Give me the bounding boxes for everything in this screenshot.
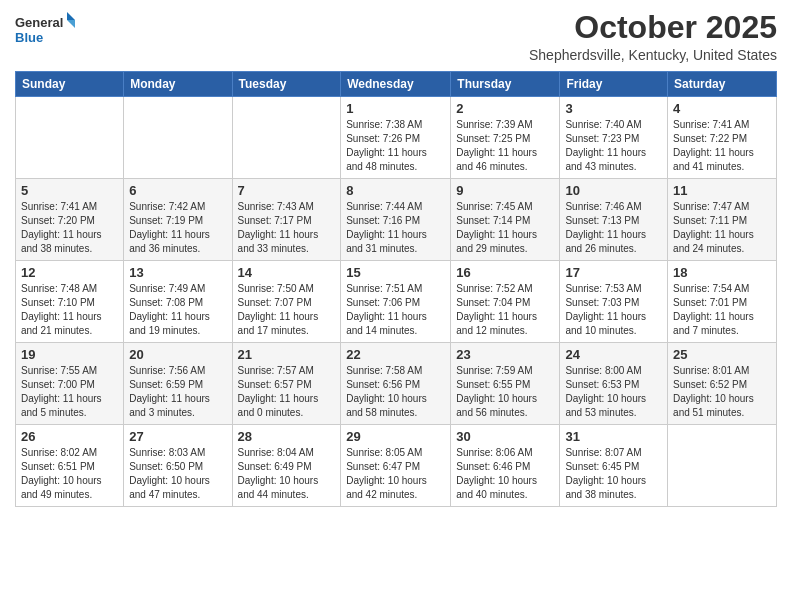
day-number: 8 [346, 183, 445, 198]
calendar-cell: 9Sunrise: 7:45 AMSunset: 7:14 PMDaylight… [451, 179, 560, 261]
day-number: 11 [673, 183, 771, 198]
day-info: Sunrise: 7:39 AMSunset: 7:25 PMDaylight:… [456, 119, 537, 172]
day-number: 9 [456, 183, 554, 198]
day-info: Sunrise: 7:45 AMSunset: 7:14 PMDaylight:… [456, 201, 537, 254]
day-info: Sunrise: 8:02 AMSunset: 6:51 PMDaylight:… [21, 447, 102, 500]
calendar-cell: 24Sunrise: 8:00 AMSunset: 6:53 PMDayligh… [560, 343, 668, 425]
calendar-cell: 26Sunrise: 8:02 AMSunset: 6:51 PMDayligh… [16, 425, 124, 507]
calendar-cell: 15Sunrise: 7:51 AMSunset: 7:06 PMDayligh… [341, 261, 451, 343]
day-number: 26 [21, 429, 118, 444]
header-tuesday: Tuesday [232, 72, 341, 97]
header-monday: Monday [124, 72, 232, 97]
calendar-cell: 25Sunrise: 8:01 AMSunset: 6:52 PMDayligh… [668, 343, 777, 425]
calendar-week-row: 19Sunrise: 7:55 AMSunset: 7:00 PMDayligh… [16, 343, 777, 425]
day-info: Sunrise: 7:51 AMSunset: 7:06 PMDaylight:… [346, 283, 427, 336]
day-info: Sunrise: 8:07 AMSunset: 6:45 PMDaylight:… [565, 447, 646, 500]
day-number: 5 [21, 183, 118, 198]
calendar-week-row: 26Sunrise: 8:02 AMSunset: 6:51 PMDayligh… [16, 425, 777, 507]
day-info: Sunrise: 7:43 AMSunset: 7:17 PMDaylight:… [238, 201, 319, 254]
calendar-table: Sunday Monday Tuesday Wednesday Thursday… [15, 71, 777, 507]
calendar-cell: 12Sunrise: 7:48 AMSunset: 7:10 PMDayligh… [16, 261, 124, 343]
day-info: Sunrise: 7:42 AMSunset: 7:19 PMDaylight:… [129, 201, 210, 254]
calendar-cell: 20Sunrise: 7:56 AMSunset: 6:59 PMDayligh… [124, 343, 232, 425]
calendar-cell: 14Sunrise: 7:50 AMSunset: 7:07 PMDayligh… [232, 261, 341, 343]
day-info: Sunrise: 7:52 AMSunset: 7:04 PMDaylight:… [456, 283, 537, 336]
weekday-header-row: Sunday Monday Tuesday Wednesday Thursday… [16, 72, 777, 97]
page: General Blue October 2025 Shepherdsville… [0, 0, 792, 612]
calendar-cell: 17Sunrise: 7:53 AMSunset: 7:03 PMDayligh… [560, 261, 668, 343]
calendar-cell: 6Sunrise: 7:42 AMSunset: 7:19 PMDaylight… [124, 179, 232, 261]
calendar-cell: 18Sunrise: 7:54 AMSunset: 7:01 PMDayligh… [668, 261, 777, 343]
day-number: 18 [673, 265, 771, 280]
day-number: 31 [565, 429, 662, 444]
svg-text:Blue: Blue [15, 30, 43, 45]
header-friday: Friday [560, 72, 668, 97]
calendar-cell: 5Sunrise: 7:41 AMSunset: 7:20 PMDaylight… [16, 179, 124, 261]
day-number: 19 [21, 347, 118, 362]
calendar-cell: 23Sunrise: 7:59 AMSunset: 6:55 PMDayligh… [451, 343, 560, 425]
calendar-cell: 4Sunrise: 7:41 AMSunset: 7:22 PMDaylight… [668, 97, 777, 179]
calendar-cell [124, 97, 232, 179]
day-number: 15 [346, 265, 445, 280]
day-number: 30 [456, 429, 554, 444]
calendar-cell: 13Sunrise: 7:49 AMSunset: 7:08 PMDayligh… [124, 261, 232, 343]
calendar-cell: 8Sunrise: 7:44 AMSunset: 7:16 PMDaylight… [341, 179, 451, 261]
day-info: Sunrise: 7:56 AMSunset: 6:59 PMDaylight:… [129, 365, 210, 418]
day-info: Sunrise: 8:04 AMSunset: 6:49 PMDaylight:… [238, 447, 319, 500]
day-info: Sunrise: 8:01 AMSunset: 6:52 PMDaylight:… [673, 365, 754, 418]
header-thursday: Thursday [451, 72, 560, 97]
day-info: Sunrise: 7:46 AMSunset: 7:13 PMDaylight:… [565, 201, 646, 254]
day-info: Sunrise: 8:05 AMSunset: 6:47 PMDaylight:… [346, 447, 427, 500]
day-info: Sunrise: 7:48 AMSunset: 7:10 PMDaylight:… [21, 283, 102, 336]
calendar-cell [232, 97, 341, 179]
day-info: Sunrise: 7:54 AMSunset: 7:01 PMDaylight:… [673, 283, 754, 336]
day-number: 28 [238, 429, 336, 444]
day-number: 14 [238, 265, 336, 280]
calendar-cell [16, 97, 124, 179]
svg-marker-2 [67, 12, 75, 20]
calendar-cell [668, 425, 777, 507]
day-info: Sunrise: 7:58 AMSunset: 6:56 PMDaylight:… [346, 365, 427, 418]
day-number: 20 [129, 347, 226, 362]
day-info: Sunrise: 7:41 AMSunset: 7:20 PMDaylight:… [21, 201, 102, 254]
calendar-cell: 21Sunrise: 7:57 AMSunset: 6:57 PMDayligh… [232, 343, 341, 425]
calendar-cell: 22Sunrise: 7:58 AMSunset: 6:56 PMDayligh… [341, 343, 451, 425]
calendar-cell: 10Sunrise: 7:46 AMSunset: 7:13 PMDayligh… [560, 179, 668, 261]
title-block: October 2025 Shepherdsville, Kentucky, U… [529, 10, 777, 63]
day-number: 10 [565, 183, 662, 198]
day-number: 7 [238, 183, 336, 198]
calendar-cell: 27Sunrise: 8:03 AMSunset: 6:50 PMDayligh… [124, 425, 232, 507]
day-number: 3 [565, 101, 662, 116]
day-info: Sunrise: 7:57 AMSunset: 6:57 PMDaylight:… [238, 365, 319, 418]
month-title: October 2025 [529, 10, 777, 45]
day-number: 24 [565, 347, 662, 362]
day-info: Sunrise: 7:47 AMSunset: 7:11 PMDaylight:… [673, 201, 754, 254]
day-info: Sunrise: 7:44 AMSunset: 7:16 PMDaylight:… [346, 201, 427, 254]
calendar-cell: 2Sunrise: 7:39 AMSunset: 7:25 PMDaylight… [451, 97, 560, 179]
header-wednesday: Wednesday [341, 72, 451, 97]
calendar-cell: 31Sunrise: 8:07 AMSunset: 6:45 PMDayligh… [560, 425, 668, 507]
day-info: Sunrise: 8:00 AMSunset: 6:53 PMDaylight:… [565, 365, 646, 418]
day-number: 12 [21, 265, 118, 280]
calendar-cell: 3Sunrise: 7:40 AMSunset: 7:23 PMDaylight… [560, 97, 668, 179]
calendar-week-row: 12Sunrise: 7:48 AMSunset: 7:10 PMDayligh… [16, 261, 777, 343]
logo-svg: General Blue [15, 10, 75, 50]
calendar-cell: 28Sunrise: 8:04 AMSunset: 6:49 PMDayligh… [232, 425, 341, 507]
day-number: 27 [129, 429, 226, 444]
calendar-week-row: 5Sunrise: 7:41 AMSunset: 7:20 PMDaylight… [16, 179, 777, 261]
svg-marker-3 [67, 20, 75, 28]
day-info: Sunrise: 7:40 AMSunset: 7:23 PMDaylight:… [565, 119, 646, 172]
day-info: Sunrise: 8:03 AMSunset: 6:50 PMDaylight:… [129, 447, 210, 500]
day-info: Sunrise: 7:55 AMSunset: 7:00 PMDaylight:… [21, 365, 102, 418]
calendar-week-row: 1Sunrise: 7:38 AMSunset: 7:26 PMDaylight… [16, 97, 777, 179]
location: Shepherdsville, Kentucky, United States [529, 47, 777, 63]
svg-text:General: General [15, 15, 63, 30]
day-info: Sunrise: 7:38 AMSunset: 7:26 PMDaylight:… [346, 119, 427, 172]
day-number: 22 [346, 347, 445, 362]
day-number: 4 [673, 101, 771, 116]
day-number: 6 [129, 183, 226, 198]
calendar-cell: 30Sunrise: 8:06 AMSunset: 6:46 PMDayligh… [451, 425, 560, 507]
day-info: Sunrise: 7:49 AMSunset: 7:08 PMDaylight:… [129, 283, 210, 336]
day-number: 25 [673, 347, 771, 362]
day-number: 29 [346, 429, 445, 444]
